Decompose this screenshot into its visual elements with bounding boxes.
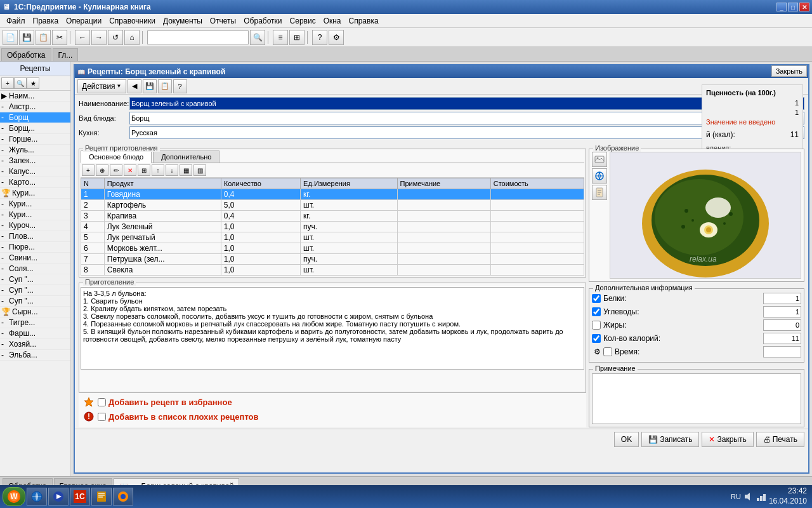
list-star-btn[interactable]: ★ — [27, 77, 39, 89]
time-checkbox[interactable] — [603, 347, 612, 356]
list-item[interactable]: -Соля... — [0, 264, 70, 274]
recipe-delete-btn[interactable]: ✕ — [124, 164, 136, 176]
list-item[interactable]: -Кури... — [0, 210, 70, 220]
fat-checkbox[interactable] — [592, 321, 601, 330]
back-btn[interactable]: ← — [75, 30, 90, 45]
recipe-add-btn[interactable]: + — [82, 164, 95, 176]
recipe-edit-btn[interactable]: ✏ — [110, 164, 122, 176]
outer-close-button[interactable]: Закрыть — [771, 65, 807, 77]
copy-nav-btn[interactable]: 📋 — [158, 79, 172, 93]
dish-type-input[interactable] — [129, 112, 783, 124]
menu-documents[interactable]: Документы — [159, 15, 206, 27]
list-item[interactable]: -Жуль... — [0, 145, 70, 156]
menu-windows[interactable]: Окна — [320, 15, 345, 27]
list-search-btn[interactable]: 🔍 — [14, 77, 27, 89]
calories-checkbox[interactable] — [592, 334, 601, 343]
table-row[interactable]: 7 Петрушка (зел... 1,0 пуч. — [81, 254, 584, 265]
menu-service[interactable]: Сервис — [286, 15, 320, 27]
table-row[interactable]: 5 Лук репчатый 1,0 шт. — [81, 232, 584, 243]
add-favorite-checkbox[interactable] — [98, 398, 106, 406]
start-button[interactable]: W — [3, 487, 25, 506]
book-btn[interactable] — [91, 488, 112, 505]
recipe-add2-btn[interactable]: ⊕ — [96, 164, 108, 176]
list-item-selected[interactable]: -Борщ — [0, 112, 70, 123]
help-btn[interactable]: ? — [312, 30, 327, 45]
search-btn[interactable]: 🔍 — [250, 30, 265, 45]
fat-value[interactable]: 0 — [763, 319, 801, 331]
table-row[interactable]: 1 Говядина 0,4 кг. — [81, 189, 584, 200]
app-close-button[interactable]: ✕ — [799, 3, 809, 11]
menu-file[interactable]: Файл — [3, 15, 29, 27]
table-row[interactable]: 3 Крапива 0,4 кг. — [81, 211, 584, 222]
tab-main-window[interactable]: Гл... — [53, 48, 79, 61]
firefox-btn[interactable] — [113, 488, 133, 505]
actions-dropdown-btn[interactable]: Действия ▼ — [77, 79, 126, 93]
print-button[interactable]: 🖨 Печать — [756, 432, 804, 447]
menu-edit[interactable]: Правка — [29, 15, 63, 27]
help-nav-btn[interactable]: ? — [173, 79, 187, 93]
add-favorite-link[interactable]: Добавить рецепт в избранное — [108, 398, 232, 407]
cuisine-input[interactable] — [129, 126, 783, 139]
list-item[interactable]: -Капус... — [0, 166, 70, 177]
list-item[interactable]: -Суп "... — [0, 296, 70, 307]
time-value[interactable] — [763, 346, 801, 358]
close-button[interactable]: ✕ Закрыть — [702, 432, 753, 447]
filter-btn[interactable]: ≡ — [273, 30, 288, 45]
time-settings-btn[interactable]: ⚙ — [592, 347, 602, 357]
tab-main-dish[interactable]: Основное блюдо — [81, 150, 152, 163]
table-row[interactable]: 6 Морковь желт... 1,0 шт. — [81, 243, 584, 254]
menu-operations[interactable]: Операции — [62, 15, 105, 27]
1c-btn[interactable]: 1С — [70, 488, 90, 505]
recipe-copy-btn[interactable]: ⊞ — [138, 164, 150, 176]
copy-btn[interactable]: 📋 — [36, 30, 51, 45]
list-add-btn[interactable]: + — [1, 77, 14, 89]
settings-btn[interactable]: ⚙ — [329, 30, 344, 45]
list-item[interactable]: -Борщ... — [0, 123, 70, 134]
refresh-btn[interactable]: ↺ — [108, 30, 123, 45]
list-item[interactable]: -Эльба... — [0, 350, 70, 361]
calories-value[interactable]: 11 — [763, 333, 801, 344]
list-item[interactable]: -Плов... — [0, 231, 70, 242]
list-item[interactable]: -Фарш... — [0, 328, 70, 339]
list-item[interactable]: -Свини... — [0, 253, 70, 264]
list-item[interactable]: -Тигре... — [0, 318, 70, 328]
home-btn[interactable]: ⌂ — [124, 30, 140, 45]
forward-btn[interactable]: → — [91, 30, 107, 45]
menu-reports[interactable]: Отчеты — [206, 15, 240, 27]
preparation-textarea[interactable]: На 3-3,5 л бульона: 1. Сварить бульон 2.… — [81, 287, 584, 370]
list-item[interactable]: -Хозяй... — [0, 339, 70, 350]
notes-textarea[interactable] — [592, 373, 801, 424]
list-item[interactable]: -Карто... — [0, 177, 70, 188]
list-item[interactable]: 🏆Сырн... — [0, 307, 70, 318]
menu-processing[interactable]: Обработки — [240, 15, 285, 27]
save-button[interactable]: 💾 Записать — [641, 432, 699, 447]
list-item[interactable]: -Пюре... — [0, 242, 70, 253]
save-nav-btn[interactable]: 💾 — [143, 79, 157, 93]
grid-btn[interactable]: ⊞ — [289, 30, 304, 45]
menu-reference[interactable]: Справочники — [105, 15, 159, 27]
maximize-button[interactable]: □ — [788, 3, 798, 11]
add-bad-link[interactable]: Добавить в список плохих рецептов — [108, 412, 259, 422]
list-item[interactable]: -Суп "... — [0, 285, 70, 296]
ingredients-table-container[interactable]: N Продукт Количество Ед.Измерения Примеч… — [81, 178, 584, 276]
tab-extra[interactable]: Дополнительно — [153, 150, 219, 163]
back-nav-btn[interactable]: ◀ — [128, 79, 141, 93]
image-load-btn[interactable] — [592, 152, 607, 167]
recipe-up-btn[interactable]: ↑ — [152, 164, 164, 176]
ie-button[interactable] — [27, 488, 47, 505]
protein-value[interactable]: 1 — [763, 293, 801, 304]
minimize-button[interactable]: _ — [776, 3, 787, 11]
menu-help[interactable]: Справка — [345, 15, 383, 27]
new-btn[interactable]: 📄 — [3, 30, 18, 45]
list-item[interactable]: ▶Наим... — [0, 91, 70, 102]
protein-checkbox[interactable] — [592, 294, 601, 303]
search-input[interactable] — [147, 30, 249, 44]
list-item[interactable]: -Суп "... — [0, 274, 70, 285]
recipe-down-btn[interactable]: ↓ — [166, 164, 178, 176]
save-toolbar-btn[interactable]: 💾 — [19, 30, 34, 45]
carbs-checkbox[interactable] — [592, 307, 601, 316]
list-item[interactable]: -Куроч... — [0, 220, 70, 231]
list-item[interactable]: -Кури... — [0, 199, 70, 210]
table-row[interactable]: 2 Картофель 5,0 шт. — [81, 200, 584, 211]
ok-button[interactable]: OK — [614, 432, 639, 447]
